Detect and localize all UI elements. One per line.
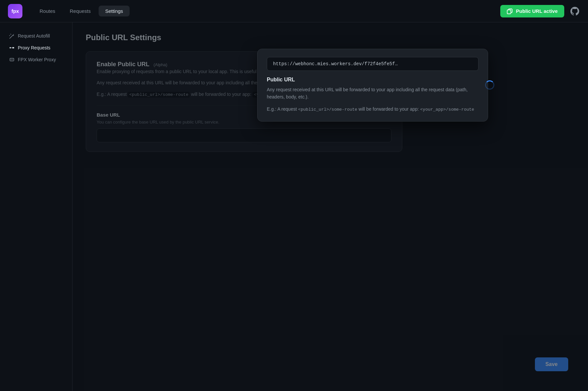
svg-point-5 xyxy=(12,59,12,60)
sidebar-label-proxy-requests: Proxy Requests xyxy=(18,45,50,50)
proxy-icon xyxy=(9,45,15,50)
copy-icon xyxy=(507,8,513,14)
worker-icon xyxy=(9,57,15,62)
popover-desc: Any request received at this URL will be… xyxy=(267,86,479,101)
sidebar-item-request-autofill[interactable]: Request Autofill xyxy=(5,30,67,42)
svg-point-1 xyxy=(10,47,11,48)
github-icon[interactable] xyxy=(570,6,580,16)
topnav: fpx Routes Requests Settings Public URL … xyxy=(0,0,588,22)
loading-spinner xyxy=(485,80,494,90)
svg-rect-0 xyxy=(507,10,511,14)
popover-example: E.g.: A request <public_url>/some-route … xyxy=(267,105,479,113)
nav-right: Public URL active xyxy=(500,5,580,17)
popover-title: Public URL xyxy=(267,77,479,83)
wand-icon xyxy=(9,33,15,39)
svg-point-6 xyxy=(13,59,13,60)
popover-url[interactable]: https://webhonc.mies.workers.dev/f72f4e5… xyxy=(267,57,479,71)
sidebar: Request Autofill Proxy Requests FPX Work… xyxy=(0,22,73,391)
sidebar-item-fpx-worker-proxy[interactable]: FPX Worker Proxy xyxy=(5,54,67,65)
main-layout: Request Autofill Proxy Requests FPX Work… xyxy=(0,22,588,391)
nav-tabs: Routes Requests Settings xyxy=(33,6,500,16)
main-content: Public URL Settings Enable Public URL (A… xyxy=(73,22,588,391)
tab-requests[interactable]: Requests xyxy=(63,6,97,16)
spinner-area xyxy=(485,80,494,90)
tab-routes[interactable]: Routes xyxy=(33,6,62,16)
app-logo[interactable]: fpx xyxy=(8,4,22,18)
sidebar-item-proxy-requests[interactable]: Proxy Requests xyxy=(5,42,67,53)
svg-point-4 xyxy=(11,59,11,60)
sidebar-label-request-autofill: Request Autofill xyxy=(18,33,50,39)
tab-settings[interactable]: Settings xyxy=(99,6,130,16)
sidebar-label-fpx-worker-proxy: FPX Worker Proxy xyxy=(18,57,56,62)
public-url-button[interactable]: Public URL active xyxy=(500,5,564,17)
public-url-popover: https://webhonc.mies.workers.dev/f72f4e5… xyxy=(257,49,488,122)
